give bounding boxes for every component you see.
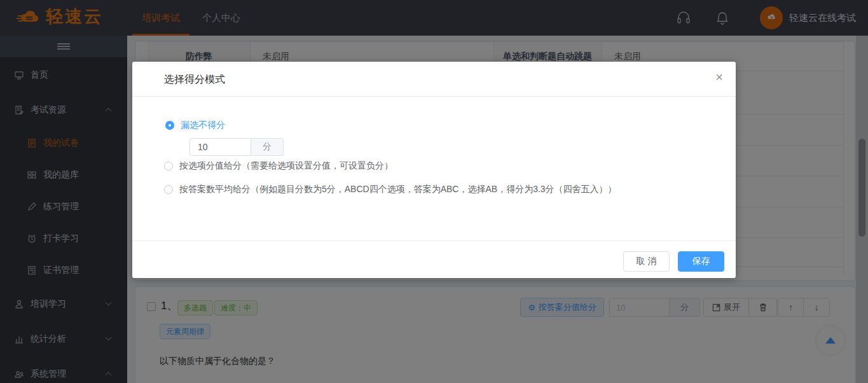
radio-option-miss-no-score[interactable]: 漏选不得分 [165, 120, 225, 131]
close-icon[interactable]: × [715, 71, 723, 83]
radio-option-average-by-answers[interactable]: 按答案数平均给分（例如题目分数为5分，ABCD四个选项，答案为ABC，选择AB，… [164, 184, 617, 195]
radio-option-by-option-score[interactable]: 按选项分值给分（需要给选项设置分值，可设置负分） [164, 160, 393, 172]
dialog-header: 选择得分模式 × [132, 62, 736, 97]
radio-unselected-icon[interactable] [164, 162, 173, 171]
dialog-footer: 取 消 保存 [132, 240, 736, 278]
cancel-button[interactable]: 取 消 [623, 251, 670, 272]
dialog-title: 选择得分模式 [164, 73, 225, 87]
score-unit-addon: 分 [251, 138, 284, 156]
save-button[interactable]: 保存 [678, 251, 724, 272]
app-window: 轻速云 培训考试 个人中心 轻速云在线考试 [0, 0, 868, 383]
radio-selected-icon[interactable] [165, 121, 174, 130]
dialog-score-input-group: 分 [189, 138, 284, 156]
radio-unselected-icon[interactable] [164, 185, 173, 194]
dialog-score-input[interactable] [189, 138, 251, 156]
radio-option-label: 按答案数平均给分（例如题目分数为5分，ABCD四个选项，答案为ABC，选择AB，… [179, 184, 617, 195]
radio-option-label: 按选项分值给分（需要给选项设置分值，可设置负分） [179, 160, 393, 172]
score-mode-dialog: 选择得分模式 × 漏选不得分 分 按选项分值给分（需要给选项设置分值，可设置负分… [132, 62, 736, 278]
radio-option-label: 漏选不得分 [181, 120, 225, 131]
